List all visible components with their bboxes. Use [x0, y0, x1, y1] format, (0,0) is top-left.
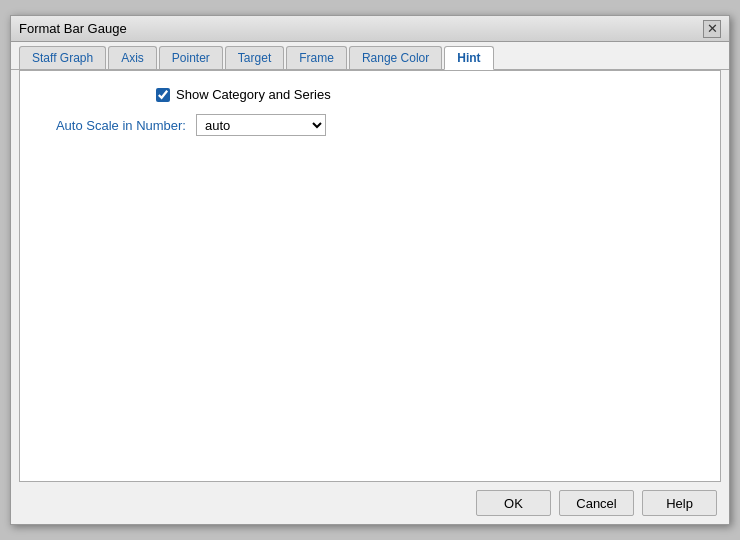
tab-pointer[interactable]: Pointer — [159, 46, 223, 69]
ok-button[interactable]: OK — [476, 490, 551, 516]
cancel-button[interactable]: Cancel — [559, 490, 634, 516]
auto-scale-label: Auto Scale in Number: — [36, 118, 196, 133]
tab-frame[interactable]: Frame — [286, 46, 347, 69]
close-button[interactable]: ✕ — [703, 20, 721, 38]
auto-scale-row: Auto Scale in Number: auto manual none — [36, 114, 704, 136]
tab-staff-graph[interactable]: Staff Graph — [19, 46, 106, 69]
dialog-title: Format Bar Gauge — [19, 21, 127, 36]
help-button[interactable]: Help — [642, 490, 717, 516]
content-area: Show Category and Series Auto Scale in N… — [19, 70, 721, 482]
format-bar-gauge-dialog: Format Bar Gauge ✕ Staff Graph Axis Poin… — [10, 15, 730, 525]
footer: OK Cancel Help — [11, 482, 729, 524]
tab-axis[interactable]: Axis — [108, 46, 157, 69]
tab-bar: Staff Graph Axis Pointer Target Frame Ra… — [11, 42, 729, 70]
auto-scale-select[interactable]: auto manual none — [196, 114, 326, 136]
title-bar: Format Bar Gauge ✕ — [11, 16, 729, 42]
tab-range-color[interactable]: Range Color — [349, 46, 442, 69]
tab-target[interactable]: Target — [225, 46, 284, 69]
show-category-series-label: Show Category and Series — [176, 87, 331, 102]
show-category-series-row: Show Category and Series — [156, 87, 704, 102]
show-category-series-checkbox[interactable] — [156, 88, 170, 102]
close-icon: ✕ — [707, 21, 718, 36]
tab-hint[interactable]: Hint — [444, 46, 493, 70]
